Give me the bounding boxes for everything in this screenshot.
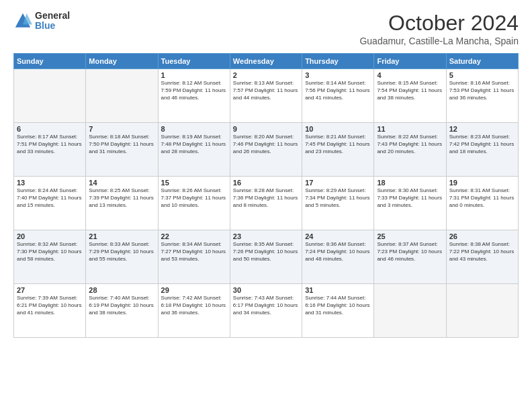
calendar-cell: 10Sunrise: 8:21 AM Sunset: 7:45 PM Dayli… — [302, 123, 374, 177]
day-info: Sunrise: 7:44 AM Sunset: 6:16 PM Dayligh… — [305, 295, 371, 316]
calendar-cell: 2Sunrise: 8:13 AM Sunset: 7:57 PM Daylig… — [230, 69, 302, 123]
calendar-cell: 17Sunrise: 8:29 AM Sunset: 7:34 PM Dayli… — [302, 177, 374, 230]
calendar-cell: 20Sunrise: 8:32 AM Sunset: 7:30 PM Dayli… — [14, 230, 86, 284]
logo-icon — [13, 11, 32, 30]
calendar-cell: 6Sunrise: 8:17 AM Sunset: 7:51 PM Daylig… — [14, 123, 86, 177]
calendar-cell: 1Sunrise: 8:12 AM Sunset: 7:59 PM Daylig… — [158, 69, 230, 123]
day-number: 11 — [377, 125, 443, 133]
day-info: Sunrise: 8:29 AM Sunset: 7:34 PM Dayligh… — [305, 187, 371, 209]
header-thursday: Thursday — [302, 54, 374, 69]
logo-blue-text: Blue — [35, 21, 70, 31]
day-info: Sunrise: 8:15 AM Sunset: 7:54 PM Dayligh… — [377, 80, 443, 101]
day-info: Sunrise: 8:17 AM Sunset: 7:51 PM Dayligh… — [17, 134, 83, 155]
calendar-cell: 7Sunrise: 8:18 AM Sunset: 7:50 PM Daylig… — [86, 123, 158, 177]
calendar-cell: 15Sunrise: 8:26 AM Sunset: 7:37 PM Dayli… — [158, 177, 230, 230]
location-text: Guadamur, Castille-La Mancha, Spain — [359, 36, 519, 46]
day-info: Sunrise: 8:32 AM Sunset: 7:30 PM Dayligh… — [17, 241, 83, 263]
logo: General Blue — [13, 11, 70, 32]
calendar-cell: 26Sunrise: 8:38 AM Sunset: 7:22 PM Dayli… — [446, 230, 518, 284]
day-info: Sunrise: 8:35 AM Sunset: 7:26 PM Dayligh… — [233, 241, 299, 263]
calendar-cell: 30Sunrise: 7:43 AM Sunset: 6:17 PM Dayli… — [230, 284, 302, 338]
day-number: 2 — [233, 71, 299, 79]
header-saturday: Saturday — [446, 54, 518, 69]
day-info: Sunrise: 8:33 AM Sunset: 7:29 PM Dayligh… — [89, 241, 154, 263]
calendar-cell: 27Sunrise: 7:39 AM Sunset: 6:21 PM Dayli… — [14, 284, 86, 338]
day-info: Sunrise: 8:24 AM Sunset: 7:40 PM Dayligh… — [17, 187, 83, 209]
day-number: 20 — [17, 232, 83, 240]
calendar-cell: 12Sunrise: 8:23 AM Sunset: 7:42 PM Dayli… — [446, 123, 518, 177]
header-tuesday: Tuesday — [158, 54, 230, 69]
calendar-week-4: 27Sunrise: 7:39 AM Sunset: 6:21 PM Dayli… — [14, 284, 519, 338]
calendar-cell: 24Sunrise: 8:36 AM Sunset: 7:24 PM Dayli… — [302, 230, 374, 284]
day-info: Sunrise: 8:36 AM Sunset: 7:24 PM Dayligh… — [305, 241, 371, 263]
day-number: 18 — [377, 179, 443, 187]
day-number: 26 — [449, 232, 515, 240]
calendar-header-row: Sunday Monday Tuesday Wednesday Thursday… — [14, 54, 519, 69]
calendar-cell: 22Sunrise: 8:34 AM Sunset: 7:27 PM Dayli… — [158, 230, 230, 284]
day-number: 15 — [161, 179, 227, 187]
day-number: 8 — [161, 125, 227, 133]
day-number: 4 — [377, 71, 443, 79]
calendar-cell — [86, 69, 158, 123]
calendar-cell: 29Sunrise: 7:42 AM Sunset: 6:18 PM Dayli… — [158, 284, 230, 338]
calendar-week-0: 1Sunrise: 8:12 AM Sunset: 7:59 PM Daylig… — [14, 69, 519, 123]
header-wednesday: Wednesday — [230, 54, 302, 69]
day-info: Sunrise: 8:13 AM Sunset: 7:57 PM Dayligh… — [233, 80, 299, 101]
calendar-cell: 23Sunrise: 8:35 AM Sunset: 7:26 PM Dayli… — [230, 230, 302, 284]
day-number: 16 — [233, 179, 299, 187]
day-info: Sunrise: 8:12 AM Sunset: 7:59 PM Dayligh… — [161, 80, 227, 101]
calendar-cell: 25Sunrise: 8:37 AM Sunset: 7:23 PM Dayli… — [374, 230, 446, 284]
calendar-cell: 21Sunrise: 8:33 AM Sunset: 7:29 PM Dayli… — [86, 230, 158, 284]
day-info: Sunrise: 7:40 AM Sunset: 6:19 PM Dayligh… — [89, 295, 154, 316]
day-number: 7 — [89, 125, 154, 133]
day-number: 27 — [17, 286, 83, 294]
calendar-cell — [14, 69, 86, 123]
day-number: 6 — [17, 125, 83, 133]
day-info: Sunrise: 8:20 AM Sunset: 7:46 PM Dayligh… — [233, 134, 299, 155]
day-info: Sunrise: 7:39 AM Sunset: 6:21 PM Dayligh… — [17, 295, 83, 316]
calendar-cell: 14Sunrise: 8:25 AM Sunset: 7:39 PM Dayli… — [86, 177, 158, 230]
day-number: 3 — [305, 71, 371, 79]
day-info: Sunrise: 8:23 AM Sunset: 7:42 PM Dayligh… — [449, 134, 515, 155]
day-info: Sunrise: 8:21 AM Sunset: 7:45 PM Dayligh… — [305, 134, 371, 155]
day-number: 19 — [449, 179, 515, 187]
day-info: Sunrise: 8:26 AM Sunset: 7:37 PM Dayligh… — [161, 187, 227, 209]
day-info: Sunrise: 8:16 AM Sunset: 7:53 PM Dayligh… — [449, 80, 515, 101]
day-number: 29 — [161, 286, 227, 294]
title-block: October 2024 Guadamur, Castille-La Manch… — [359, 11, 519, 46]
day-number: 30 — [233, 286, 299, 294]
calendar-cell — [374, 284, 446, 338]
calendar-week-3: 20Sunrise: 8:32 AM Sunset: 7:30 PM Dayli… — [14, 230, 519, 284]
header-sunday: Sunday — [14, 54, 86, 69]
day-info: Sunrise: 8:18 AM Sunset: 7:50 PM Dayligh… — [89, 134, 154, 155]
calendar-cell: 8Sunrise: 8:19 AM Sunset: 7:48 PM Daylig… — [158, 123, 230, 177]
day-number: 23 — [233, 232, 299, 240]
day-number: 14 — [89, 179, 154, 187]
day-number: 9 — [233, 125, 299, 133]
day-info: Sunrise: 8:14 AM Sunset: 7:56 PM Dayligh… — [305, 80, 371, 101]
calendar-cell — [446, 284, 518, 338]
header-friday: Friday — [374, 54, 446, 69]
calendar-week-1: 6Sunrise: 8:17 AM Sunset: 7:51 PM Daylig… — [14, 123, 519, 177]
page-header: General Blue October 2024 Guadamur, Cast… — [13, 11, 519, 46]
day-info: Sunrise: 8:37 AM Sunset: 7:23 PM Dayligh… — [377, 241, 443, 263]
day-number: 28 — [89, 286, 154, 294]
day-info: Sunrise: 8:38 AM Sunset: 7:22 PM Dayligh… — [449, 241, 515, 263]
calendar-week-2: 13Sunrise: 8:24 AM Sunset: 7:40 PM Dayli… — [14, 177, 519, 230]
logo-general-text: General — [35, 11, 70, 21]
day-info: Sunrise: 8:22 AM Sunset: 7:43 PM Dayligh… — [377, 134, 443, 155]
calendar-cell: 19Sunrise: 8:31 AM Sunset: 7:31 PM Dayli… — [446, 177, 518, 230]
calendar-cell: 3Sunrise: 8:14 AM Sunset: 7:56 PM Daylig… — [302, 69, 374, 123]
month-title: October 2024 — [359, 11, 519, 36]
calendar-cell: 16Sunrise: 8:28 AM Sunset: 7:36 PM Dayli… — [230, 177, 302, 230]
day-number: 10 — [305, 125, 371, 133]
day-info: Sunrise: 8:28 AM Sunset: 7:36 PM Dayligh… — [233, 187, 299, 209]
day-info: Sunrise: 8:34 AM Sunset: 7:27 PM Dayligh… — [161, 241, 227, 263]
day-info: Sunrise: 7:42 AM Sunset: 6:18 PM Dayligh… — [161, 295, 227, 316]
day-number: 21 — [89, 232, 154, 240]
calendar-cell: 28Sunrise: 7:40 AM Sunset: 6:19 PM Dayli… — [86, 284, 158, 338]
calendar-cell: 11Sunrise: 8:22 AM Sunset: 7:43 PM Dayli… — [374, 123, 446, 177]
calendar-cell: 4Sunrise: 8:15 AM Sunset: 7:54 PM Daylig… — [374, 69, 446, 123]
day-info: Sunrise: 8:19 AM Sunset: 7:48 PM Dayligh… — [161, 134, 227, 155]
calendar-cell: 5Sunrise: 8:16 AM Sunset: 7:53 PM Daylig… — [446, 69, 518, 123]
